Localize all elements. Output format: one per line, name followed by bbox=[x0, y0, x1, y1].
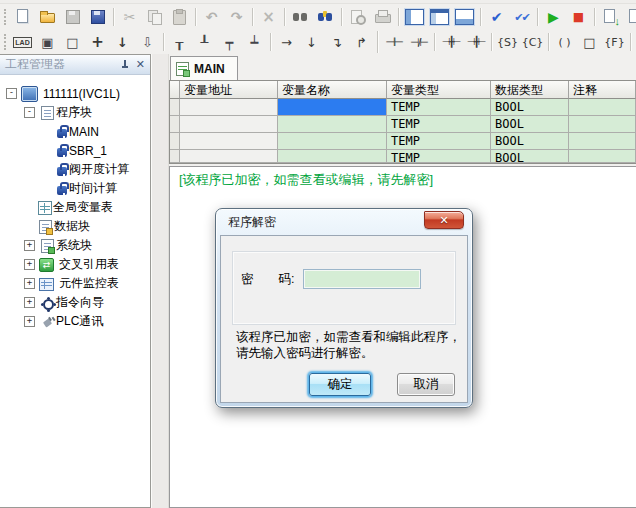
contact-nc-button[interactable]: ⊣/⊢ bbox=[406, 31, 431, 54]
column-header[interactable]: 变量地址 bbox=[180, 81, 278, 99]
line-right-button[interactable]: → bbox=[274, 31, 299, 54]
column-header[interactable]: 变量类型 bbox=[387, 81, 491, 99]
cell-variable-type[interactable]: TEMP bbox=[387, 150, 491, 163]
cell-variable-type[interactable]: TEMP bbox=[387, 133, 491, 150]
compile-all-button[interactable]: ✔✔ bbox=[509, 6, 534, 29]
tree-item-instruction-wizard[interactable]: +指令向导 bbox=[0, 293, 150, 312]
select-block-button[interactable]: ▣ bbox=[35, 31, 60, 54]
tree-item-program-valve-calc[interactable]: 阀开度计算 bbox=[0, 160, 150, 179]
cell-variable-address[interactable] bbox=[180, 150, 278, 163]
run-button[interactable]: ▶ bbox=[541, 6, 566, 29]
project-manager-titlebar[interactable]: 工程管理器 ✕ bbox=[0, 55, 150, 75]
row-selector[interactable] bbox=[170, 99, 180, 116]
cell-variable-address[interactable] bbox=[180, 116, 278, 133]
collapse-icon[interactable]: - bbox=[24, 107, 35, 118]
open-file-button[interactable] bbox=[35, 6, 60, 29]
cut-button[interactable]: ✂ bbox=[117, 6, 142, 29]
branch-append-button[interactable]: ┷ bbox=[242, 31, 267, 54]
cell-data-type[interactable]: BOOL bbox=[491, 99, 569, 116]
cell-data-type[interactable]: BOOL bbox=[491, 133, 569, 150]
toolbar-grip[interactable] bbox=[4, 34, 6, 50]
cell-data-type[interactable]: BOOL bbox=[491, 150, 569, 163]
expand-icon[interactable]: + bbox=[24, 259, 35, 270]
close-icon[interactable]: ✕ bbox=[136, 59, 145, 70]
expand-icon[interactable]: + bbox=[24, 297, 35, 308]
cell-comment[interactable] bbox=[569, 116, 636, 133]
function-block-button[interactable]: □ bbox=[577, 31, 602, 54]
collapse-icon[interactable]: - bbox=[6, 88, 17, 99]
pin-icon[interactable] bbox=[120, 59, 130, 70]
save-button[interactable] bbox=[60, 6, 85, 29]
stop-button[interactable]: ■ bbox=[566, 6, 591, 29]
copy-button[interactable] bbox=[142, 6, 167, 29]
cell-comment[interactable] bbox=[569, 150, 636, 163]
cell-comment[interactable] bbox=[569, 99, 636, 116]
download-button[interactable]: ↓ bbox=[598, 6, 623, 29]
row-selector[interactable] bbox=[170, 116, 180, 133]
view-project-window-button[interactable] bbox=[402, 6, 427, 29]
cell-variable-address[interactable] bbox=[180, 99, 278, 116]
delete-button[interactable]: × bbox=[256, 6, 281, 29]
line-down-button[interactable]: ↓ bbox=[299, 31, 324, 54]
view-output-window-button[interactable] bbox=[452, 6, 477, 29]
toolbar-grip[interactable] bbox=[4, 9, 6, 25]
panel-splitter[interactable] bbox=[151, 54, 169, 508]
tree-item-program-sbr1[interactable]: SBR_1 bbox=[0, 141, 150, 160]
tree-item-data-block[interactable]: 数据块 bbox=[0, 217, 150, 236]
line-turn-up-button[interactable]: ↱ bbox=[349, 31, 374, 54]
tree-item-plc-communication[interactable]: +PLC通讯 bbox=[0, 312, 150, 331]
expand-icon[interactable]: + bbox=[24, 316, 35, 327]
cancel-button[interactable]: 取消 bbox=[397, 373, 455, 396]
column-header[interactable]: 数据类型 bbox=[491, 81, 569, 99]
compile-button[interactable]: ✔ bbox=[484, 6, 509, 29]
column-header[interactable]: 注释 bbox=[569, 81, 636, 99]
expand-icon[interactable]: + bbox=[24, 240, 35, 251]
row-selector[interactable] bbox=[170, 133, 180, 150]
cell-variable-type[interactable]: TEMP bbox=[387, 116, 491, 133]
find-button[interactable] bbox=[288, 6, 313, 29]
find-replace-button[interactable] bbox=[313, 6, 338, 29]
draw-rect-button[interactable]: □ bbox=[60, 31, 85, 54]
tree-item-program-blocks[interactable]: -程序块 bbox=[0, 103, 150, 122]
rung-insert-button[interactable]: ┰ bbox=[167, 31, 192, 54]
cell-comment[interactable] bbox=[569, 133, 636, 150]
undo-button[interactable]: ↶ bbox=[199, 6, 224, 29]
print-preview-button[interactable] bbox=[345, 6, 370, 29]
expand-icon[interactable]: + bbox=[24, 278, 35, 289]
rung-append-button[interactable]: ┸ bbox=[192, 31, 217, 54]
contact-rising-button[interactable]: ⊣╂⊢ bbox=[438, 31, 463, 54]
save-all-button[interactable] bbox=[85, 6, 110, 29]
cell-variable-name[interactable] bbox=[278, 133, 387, 150]
contact-no-button[interactable]: ⊣⊢ bbox=[381, 31, 406, 54]
cell-data-type[interactable]: BOOL bbox=[491, 116, 569, 133]
cell-variable-name[interactable] bbox=[278, 116, 387, 133]
output-coil-button[interactable]: ( ) bbox=[552, 31, 577, 54]
view-info-window-button[interactable] bbox=[427, 6, 452, 29]
cell-variable-name[interactable] bbox=[278, 150, 387, 163]
tree-item-program-time-calc[interactable]: 时间计算 bbox=[0, 179, 150, 198]
tree-item-program-main[interactable]: MAIN bbox=[0, 122, 150, 141]
cell-variable-type[interactable]: TEMP bbox=[387, 99, 491, 116]
branch-insert-button[interactable]: ┯ bbox=[217, 31, 242, 54]
contact-falling-button[interactable]: ⊣╂⊢ bbox=[463, 31, 488, 54]
tree-item-system-block[interactable]: +系统块 bbox=[0, 236, 150, 255]
password-input[interactable] bbox=[303, 269, 421, 289]
clear-coil-button[interactable]: {C} bbox=[520, 31, 545, 54]
dialog-close-button[interactable]: ✕ bbox=[424, 211, 464, 229]
paste-button[interactable] bbox=[167, 6, 192, 29]
ok-button[interactable]: 确定 bbox=[309, 373, 371, 396]
row-selector[interactable] bbox=[170, 150, 180, 163]
redo-button[interactable]: ↷ bbox=[224, 6, 249, 29]
print-button[interactable] bbox=[370, 6, 395, 29]
column-header[interactable]: 变量名称 bbox=[278, 81, 387, 99]
set-coil-button[interactable]: {S} bbox=[495, 31, 520, 54]
arrow-down-solid-button[interactable]: ↓ bbox=[110, 31, 135, 54]
tree-item-element-monitor-table[interactable]: +元件监控表 bbox=[0, 274, 150, 293]
line-turn-down-button[interactable]: ↴ bbox=[324, 31, 349, 54]
function-f-button[interactable]: {F} bbox=[602, 31, 627, 54]
arrow-down-hollow-button[interactable]: ⇩ bbox=[135, 31, 160, 54]
upload-button[interactable]: ↑ bbox=[623, 6, 636, 29]
tree-item-project-root[interactable]: -111111(IVC1L) bbox=[0, 84, 150, 103]
column-header[interactable] bbox=[170, 81, 180, 99]
draw-cross-button[interactable]: + bbox=[85, 31, 110, 54]
